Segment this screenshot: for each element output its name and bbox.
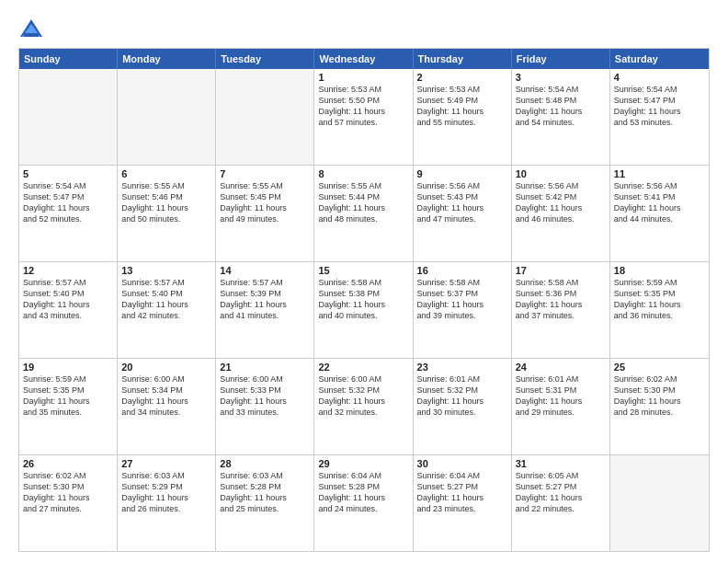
day-info: Sunrise: 5:55 AM Sunset: 5:44 PM Dayligh… xyxy=(318,180,408,225)
day-number: 20 xyxy=(121,362,211,373)
day-cell: 5Sunrise: 5:54 AM Sunset: 5:47 PM Daylig… xyxy=(19,166,118,261)
day-cell: 25Sunrise: 6:02 AM Sunset: 5:30 PM Dayli… xyxy=(610,359,709,454)
day-number: 12 xyxy=(23,265,113,276)
day-number: 29 xyxy=(318,458,408,469)
day-cell: 6Sunrise: 5:55 AM Sunset: 5:46 PM Daylig… xyxy=(118,166,216,261)
logo-icon xyxy=(18,17,44,42)
day-header-saturday: Saturday xyxy=(610,49,709,69)
logo xyxy=(18,17,48,42)
day-number: 10 xyxy=(516,168,606,179)
day-cell: 23Sunrise: 6:01 AM Sunset: 5:32 PM Dayli… xyxy=(414,359,512,454)
day-cell: 28Sunrise: 6:03 AM Sunset: 5:28 PM Dayli… xyxy=(216,455,314,551)
day-cell: 24Sunrise: 6:01 AM Sunset: 5:31 PM Dayli… xyxy=(512,359,610,454)
day-info: Sunrise: 6:00 AM Sunset: 5:34 PM Dayligh… xyxy=(121,373,211,419)
week-row-3: 12Sunrise: 5:57 AM Sunset: 5:40 PM Dayli… xyxy=(19,261,709,358)
day-cell: 11Sunrise: 5:56 AM Sunset: 5:41 PM Dayli… xyxy=(610,166,709,261)
day-cell: 15Sunrise: 5:58 AM Sunset: 5:38 PM Dayli… xyxy=(314,262,413,358)
day-number: 31 xyxy=(516,458,606,469)
day-number: 19 xyxy=(23,362,113,373)
day-header-monday: Monday xyxy=(118,49,216,69)
svg-rect-2 xyxy=(24,33,39,37)
day-info: Sunrise: 5:59 AM Sunset: 5:35 PM Dayligh… xyxy=(614,277,705,322)
day-cell: 19Sunrise: 5:59 AM Sunset: 5:35 PM Dayli… xyxy=(19,359,118,454)
day-info: Sunrise: 5:56 AM Sunset: 5:41 PM Dayligh… xyxy=(614,180,705,225)
day-number: 27 xyxy=(121,458,211,469)
day-info: Sunrise: 5:54 AM Sunset: 5:47 PM Dayligh… xyxy=(23,180,113,225)
day-cell: 14Sunrise: 5:57 AM Sunset: 5:39 PM Dayli… xyxy=(216,262,314,358)
weeks: 1Sunrise: 5:53 AM Sunset: 5:50 PM Daylig… xyxy=(19,69,709,551)
day-number: 15 xyxy=(318,265,408,276)
day-info: Sunrise: 5:57 AM Sunset: 5:40 PM Dayligh… xyxy=(121,277,211,322)
header xyxy=(18,17,710,42)
day-cell: 8Sunrise: 5:55 AM Sunset: 5:44 PM Daylig… xyxy=(314,166,413,261)
day-cell: 31Sunrise: 6:05 AM Sunset: 5:27 PM Dayli… xyxy=(512,455,610,551)
week-row-4: 19Sunrise: 5:59 AM Sunset: 5:35 PM Dayli… xyxy=(19,358,709,454)
day-info: Sunrise: 6:03 AM Sunset: 5:29 PM Dayligh… xyxy=(121,470,211,515)
day-number: 26 xyxy=(23,458,113,469)
day-info: Sunrise: 5:54 AM Sunset: 5:47 PM Dayligh… xyxy=(614,84,705,129)
day-info: Sunrise: 5:57 AM Sunset: 5:40 PM Dayligh… xyxy=(23,277,113,322)
day-number: 16 xyxy=(417,265,507,276)
day-cell: 1Sunrise: 5:53 AM Sunset: 5:50 PM Daylig… xyxy=(314,69,413,165)
day-cell: 17Sunrise: 5:58 AM Sunset: 5:36 PM Dayli… xyxy=(512,262,610,358)
day-info: Sunrise: 6:02 AM Sunset: 5:30 PM Dayligh… xyxy=(614,373,705,419)
day-number: 4 xyxy=(614,72,705,83)
day-cell: 18Sunrise: 5:59 AM Sunset: 5:35 PM Dayli… xyxy=(610,262,709,358)
day-cell: 13Sunrise: 5:57 AM Sunset: 5:40 PM Dayli… xyxy=(118,262,216,358)
day-info: Sunrise: 6:02 AM Sunset: 5:30 PM Dayligh… xyxy=(23,470,113,515)
day-info: Sunrise: 5:55 AM Sunset: 5:46 PM Dayligh… xyxy=(121,180,211,225)
day-cell: 3Sunrise: 5:54 AM Sunset: 5:48 PM Daylig… xyxy=(512,69,610,165)
day-cell: 29Sunrise: 6:04 AM Sunset: 5:28 PM Dayli… xyxy=(314,455,413,551)
day-number: 6 xyxy=(121,168,211,179)
day-cell: 9Sunrise: 5:56 AM Sunset: 5:43 PM Daylig… xyxy=(414,166,512,261)
day-info: Sunrise: 5:53 AM Sunset: 5:49 PM Dayligh… xyxy=(417,84,507,129)
day-cell: 4Sunrise: 5:54 AM Sunset: 5:47 PM Daylig… xyxy=(610,69,709,165)
day-number: 14 xyxy=(220,265,310,276)
day-info: Sunrise: 5:56 AM Sunset: 5:43 PM Dayligh… xyxy=(417,180,507,225)
day-info: Sunrise: 6:00 AM Sunset: 5:32 PM Dayligh… xyxy=(318,373,408,419)
day-header-tuesday: Tuesday xyxy=(216,49,314,69)
day-number: 22 xyxy=(318,362,408,373)
week-row-1: 1Sunrise: 5:53 AM Sunset: 5:50 PM Daylig… xyxy=(19,69,709,165)
day-info: Sunrise: 5:53 AM Sunset: 5:50 PM Dayligh… xyxy=(318,84,408,129)
day-header-wednesday: Wednesday xyxy=(314,49,413,69)
day-number: 21 xyxy=(220,362,310,373)
day-info: Sunrise: 5:55 AM Sunset: 5:45 PM Dayligh… xyxy=(220,180,310,225)
day-number: 7 xyxy=(220,168,310,179)
day-header-friday: Friday xyxy=(512,49,610,69)
day-cell xyxy=(216,69,314,165)
week-row-5: 26Sunrise: 6:02 AM Sunset: 5:30 PM Dayli… xyxy=(19,454,709,551)
day-number: 25 xyxy=(614,362,705,373)
day-number: 13 xyxy=(121,265,211,276)
day-number: 24 xyxy=(516,362,606,373)
day-cell: 2Sunrise: 5:53 AM Sunset: 5:49 PM Daylig… xyxy=(414,69,512,165)
day-header-sunday: Sunday xyxy=(19,49,118,69)
week-row-2: 5Sunrise: 5:54 AM Sunset: 5:47 PM Daylig… xyxy=(19,165,709,261)
day-cell: 7Sunrise: 5:55 AM Sunset: 5:45 PM Daylig… xyxy=(216,166,314,261)
day-number: 1 xyxy=(318,72,408,83)
day-number: 17 xyxy=(516,265,606,276)
day-cell xyxy=(118,69,216,165)
day-number: 3 xyxy=(516,72,606,83)
day-cell: 21Sunrise: 6:00 AM Sunset: 5:33 PM Dayli… xyxy=(216,359,314,454)
day-info: Sunrise: 5:59 AM Sunset: 5:35 PM Dayligh… xyxy=(23,373,113,419)
day-number: 8 xyxy=(318,168,408,179)
day-headers: SundayMondayTuesdayWednesdayThursdayFrid… xyxy=(19,49,709,69)
day-number: 9 xyxy=(417,168,507,179)
day-cell xyxy=(19,69,118,165)
day-info: Sunrise: 6:03 AM Sunset: 5:28 PM Dayligh… xyxy=(220,470,310,515)
day-number: 23 xyxy=(417,362,507,373)
day-info: Sunrise: 6:05 AM Sunset: 5:27 PM Dayligh… xyxy=(516,470,606,515)
day-number: 30 xyxy=(417,458,507,469)
day-cell: 27Sunrise: 6:03 AM Sunset: 5:29 PM Dayli… xyxy=(118,455,216,551)
page: SundayMondayTuesdayWednesdayThursdayFrid… xyxy=(0,0,728,563)
day-number: 2 xyxy=(417,72,507,83)
day-info: Sunrise: 6:04 AM Sunset: 5:27 PM Dayligh… xyxy=(417,470,507,515)
day-cell: 12Sunrise: 5:57 AM Sunset: 5:40 PM Dayli… xyxy=(19,262,118,358)
day-number: 11 xyxy=(614,168,705,179)
day-number: 18 xyxy=(614,265,705,276)
day-info: Sunrise: 6:00 AM Sunset: 5:33 PM Dayligh… xyxy=(220,373,310,419)
day-cell: 26Sunrise: 6:02 AM Sunset: 5:30 PM Dayli… xyxy=(19,455,118,551)
day-cell xyxy=(610,455,709,551)
calendar: SundayMondayTuesdayWednesdayThursdayFrid… xyxy=(18,48,710,552)
